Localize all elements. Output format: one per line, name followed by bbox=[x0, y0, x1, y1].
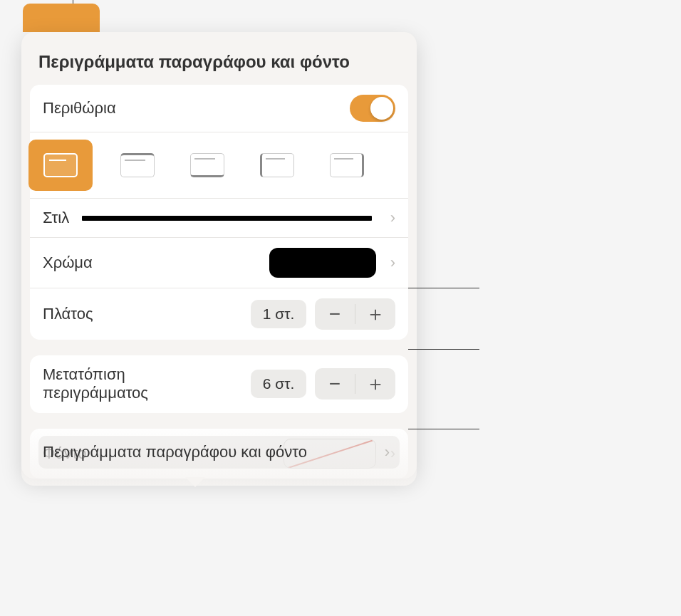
width-row: Πλάτος 1 στ. − ＋ bbox=[30, 288, 408, 340]
borders-group: Περιθώρια bbox=[30, 85, 408, 340]
offset-label: Μετατόπιση περιγράμματος bbox=[43, 365, 148, 403]
parent-tab-active bbox=[23, 4, 100, 32]
popover-arrow bbox=[185, 477, 205, 487]
chevron-right-icon: › bbox=[390, 254, 395, 272]
offset-label-line2: περιγράμματος bbox=[43, 384, 148, 402]
breadcrumb-item[interactable]: Περιγράμματα παραγράφου και φόντο › bbox=[38, 436, 400, 469]
offset-value: 6 στ. bbox=[251, 370, 306, 398]
width-stepper: − ＋ bbox=[315, 298, 395, 330]
style-row[interactable]: Στιλ › bbox=[30, 199, 408, 238]
width-increase-button[interactable]: ＋ bbox=[355, 298, 395, 330]
color-row[interactable]: Χρώμα › bbox=[30, 238, 408, 288]
breadcrumb-label: Περιγράμματα παραγράφου και φόντο bbox=[43, 443, 307, 461]
offset-decrease-button[interactable]: − bbox=[315, 368, 355, 400]
paragraph-borders-popover: Περιγράμματα παραγράφου και φόντο Περιθώ… bbox=[21, 32, 417, 479]
offset-stepper: − ＋ bbox=[315, 368, 395, 400]
line-style-preview bbox=[82, 216, 372, 221]
offset-group: Μετατόπιση περιγράμματος 6 στ. − ＋ bbox=[30, 355, 408, 413]
callout-line bbox=[408, 349, 479, 350]
popover-title: Περιγράμματα παραγράφου και φόντο bbox=[21, 46, 417, 85]
bottom-breadcrumb-bar: Περιγράμματα παραγράφου και φόντο › bbox=[21, 423, 417, 486]
border-bottom-icon[interactable] bbox=[182, 144, 232, 187]
width-value: 1 στ. bbox=[251, 300, 306, 328]
chevron-right-icon: › bbox=[385, 443, 390, 461]
margins-label: Περιθώρια bbox=[43, 99, 116, 118]
offset-label-line1: Μετατόπιση bbox=[43, 365, 148, 384]
border-all-icon[interactable] bbox=[28, 140, 93, 191]
margins-toggle[interactable] bbox=[350, 95, 395, 122]
toggle-knob bbox=[370, 97, 393, 120]
border-left-icon[interactable] bbox=[252, 144, 302, 187]
callout-line bbox=[408, 429, 479, 429]
chevron-right-icon: › bbox=[390, 209, 395, 227]
offset-increase-button[interactable]: ＋ bbox=[355, 368, 395, 400]
border-position-row bbox=[30, 132, 408, 199]
border-top-icon[interactable] bbox=[113, 144, 162, 187]
width-decrease-button[interactable]: − bbox=[315, 298, 355, 330]
color-label: Χρώμα bbox=[43, 254, 93, 272]
border-right-icon[interactable] bbox=[322, 144, 372, 187]
margins-row: Περιθώρια bbox=[30, 85, 408, 132]
offset-row: Μετατόπιση περιγράμματος 6 στ. − ＋ bbox=[30, 355, 408, 413]
color-swatch[interactable] bbox=[269, 248, 376, 278]
style-label: Στιλ bbox=[43, 209, 69, 227]
width-label: Πλάτος bbox=[43, 305, 93, 323]
callout-line bbox=[408, 288, 479, 288]
